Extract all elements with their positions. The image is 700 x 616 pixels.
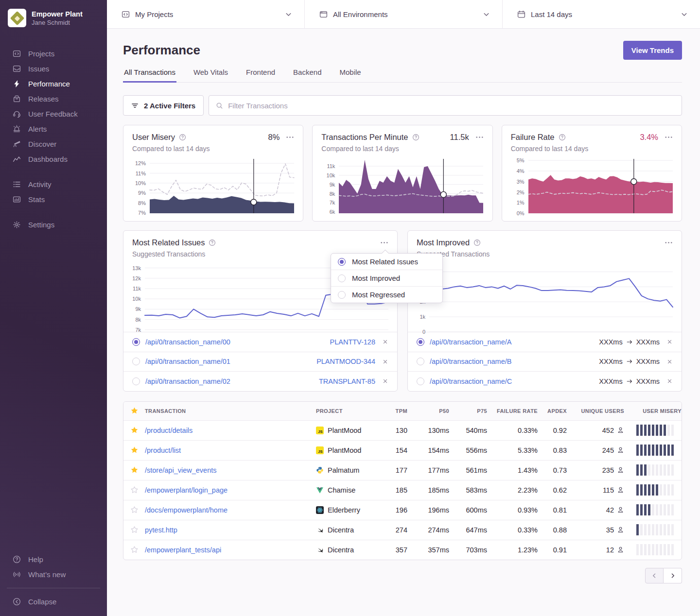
calendar-icon bbox=[517, 10, 525, 18]
transaction-link[interactable]: /api/0/transaction_name/01 bbox=[145, 358, 230, 365]
tab-backend[interactable]: Backend bbox=[292, 68, 322, 83]
transaction-link[interactable]: /product/list bbox=[145, 446, 181, 454]
ellipsis-icon[interactable] bbox=[380, 239, 388, 247]
view-trends-button[interactable]: View Trends bbox=[623, 41, 682, 60]
search-input[interactable] bbox=[228, 102, 675, 110]
sidebar-item-dashboards[interactable]: Dashboards bbox=[0, 152, 107, 167]
sidebar-item-alerts[interactable]: Alerts bbox=[0, 121, 107, 137]
ellipsis-icon[interactable] bbox=[665, 133, 673, 141]
close-icon[interactable] bbox=[666, 378, 673, 384]
active-filters-label: 2 Active Filters bbox=[144, 102, 195, 110]
transaction-link[interactable]: /api/0/transaction_name/C bbox=[430, 377, 512, 385]
star-filled-icon[interactable] bbox=[130, 466, 139, 474]
next-page-button[interactable] bbox=[664, 568, 682, 583]
star-filled-icon[interactable] bbox=[130, 446, 139, 454]
sidebar-item-settings[interactable]: Settings bbox=[0, 217, 107, 232]
transaction-link[interactable]: /api/0/transaction_name/B bbox=[430, 358, 511, 365]
unique-users-value: 42 bbox=[567, 506, 624, 514]
menu-item-most-related-issues[interactable]: Most Related Issues bbox=[331, 254, 442, 270]
help-circle-icon[interactable] bbox=[473, 239, 481, 246]
apdex-value: 0.91 bbox=[538, 546, 567, 554]
transaction-link[interactable]: /empowerplant_tests/api bbox=[145, 546, 221, 554]
tab-mobile[interactable]: Mobile bbox=[338, 68, 362, 83]
sidebar-item-stats[interactable]: Stats bbox=[0, 192, 107, 207]
card-title: Failure Rate bbox=[511, 133, 555, 142]
ellipsis-icon[interactable] bbox=[475, 133, 484, 141]
close-icon[interactable] bbox=[382, 359, 388, 365]
close-icon[interactable] bbox=[382, 339, 388, 345]
card-subtitle: Compared to last 14 days bbox=[511, 145, 673, 153]
star-outline-icon[interactable] bbox=[130, 546, 139, 554]
table-header: TRANSACTIONPROJECTTPMP50P75FAILURE RATEA… bbox=[123, 402, 682, 420]
table-row: /store/api_view_eventsPalmatum177177ms56… bbox=[123, 460, 682, 480]
radio-button[interactable] bbox=[132, 358, 140, 365]
star-outline-icon[interactable] bbox=[130, 506, 139, 514]
tab-bar: All TransactionsWeb VitalsFrontendBacken… bbox=[123, 68, 682, 83]
help-circle-icon[interactable] bbox=[209, 239, 216, 246]
radio-button[interactable] bbox=[417, 377, 424, 385]
radio-button bbox=[338, 258, 346, 266]
axis-tick-label: 9k bbox=[330, 182, 335, 188]
radio-button[interactable] bbox=[132, 338, 140, 346]
apdex-value: 0.62 bbox=[538, 486, 567, 494]
sidebar-item-activity[interactable]: Activity bbox=[0, 177, 107, 192]
column-header: P50 bbox=[407, 408, 449, 414]
issue-link[interactable]: TRANSPLANT-85 bbox=[319, 377, 375, 385]
project-selector[interactable]: My Projects bbox=[107, 0, 305, 28]
sidebar-item-releases[interactable]: Releases bbox=[0, 91, 107, 106]
discover-icon bbox=[13, 140, 21, 148]
ellipsis-icon[interactable] bbox=[286, 133, 294, 141]
tab-frontend[interactable]: Frontend bbox=[245, 68, 276, 83]
column-header: FAILURE RATE bbox=[487, 408, 538, 414]
menu-item-most-improved[interactable]: Most Improved bbox=[331, 270, 442, 286]
radio-button[interactable] bbox=[132, 377, 140, 385]
sidebar-item-discover[interactable]: Discover bbox=[0, 137, 107, 152]
previous-page-button[interactable] bbox=[645, 568, 664, 583]
menu-item-most-regressed[interactable]: Most Regressed bbox=[331, 286, 442, 303]
sidebar-item-what-s-new[interactable]: What’s new bbox=[0, 567, 107, 582]
star-outline-icon[interactable] bbox=[130, 486, 139, 494]
issue-link[interactable]: PLANTTV-128 bbox=[330, 338, 376, 346]
axis-tick-label: 11k bbox=[133, 286, 141, 291]
close-icon[interactable] bbox=[666, 359, 673, 365]
radio-button[interactable] bbox=[417, 338, 424, 346]
star-outline-icon[interactable] bbox=[130, 526, 139, 534]
close-icon[interactable] bbox=[666, 339, 673, 345]
active-filters-button[interactable]: 2 Active Filters bbox=[123, 95, 204, 116]
react-platform-icon bbox=[316, 506, 324, 514]
transaction-link[interactable]: pytest.http bbox=[145, 526, 177, 534]
transaction-link[interactable]: /api/0/transaction_name/00 bbox=[145, 338, 230, 346]
environment-selector[interactable]: All Environments bbox=[305, 0, 503, 28]
swift-platform-icon bbox=[316, 546, 324, 554]
failure-rate-chart: 5%4%3%2%1%0% bbox=[511, 159, 673, 213]
tab-all-transactions[interactable]: All Transactions bbox=[123, 68, 176, 83]
radio-button[interactable] bbox=[417, 358, 424, 365]
help-circle-icon[interactable] bbox=[412, 134, 420, 141]
issue-link[interactable]: PLANTMOOD-344 bbox=[316, 358, 375, 365]
sidebar-item-performance[interactable]: Performance bbox=[0, 76, 107, 91]
transaction-link[interactable]: /empowerplant/login_page bbox=[145, 486, 228, 494]
tab-web-vitals[interactable]: Web Vitals bbox=[192, 68, 229, 83]
date-range-selector[interactable]: Last 14 days bbox=[503, 0, 700, 28]
sidebar-item-user-feedback[interactable]: User Feedback bbox=[0, 106, 107, 121]
column-header: APDEX bbox=[538, 408, 567, 414]
star-filled-icon[interactable] bbox=[130, 426, 139, 434]
person-icon bbox=[617, 446, 624, 454]
close-icon[interactable] bbox=[382, 378, 388, 384]
sidebar-item-projects[interactable]: Projects bbox=[0, 46, 107, 61]
sidebar-collapse-button[interactable]: Collapse bbox=[0, 594, 107, 609]
sidebar-item-help[interactable]: Help bbox=[0, 552, 107, 567]
transaction-link[interactable]: /api/0/transaction_name/02 bbox=[145, 377, 230, 385]
sidebar-item-issues[interactable]: Issues bbox=[0, 61, 107, 76]
axis-tick-label: 8% bbox=[138, 200, 146, 206]
transaction-link[interactable]: /api/0/transaction_name/A bbox=[430, 338, 511, 346]
ellipsis-icon[interactable] bbox=[665, 239, 673, 247]
help-circle-icon[interactable] bbox=[559, 134, 566, 141]
transaction-link[interactable]: /docs/empowerplant/home bbox=[145, 506, 228, 514]
apdex-value: 0.83 bbox=[538, 446, 567, 454]
transaction-link[interactable]: /product/details bbox=[145, 427, 192, 434]
help-circle-icon[interactable] bbox=[179, 134, 186, 141]
org-header[interactable]: Empower Plant Jane Schmidt bbox=[0, 7, 107, 32]
duration-change: XXXmsXXXms bbox=[599, 338, 660, 346]
transaction-link[interactable]: /store/api_view_events bbox=[145, 466, 217, 474]
